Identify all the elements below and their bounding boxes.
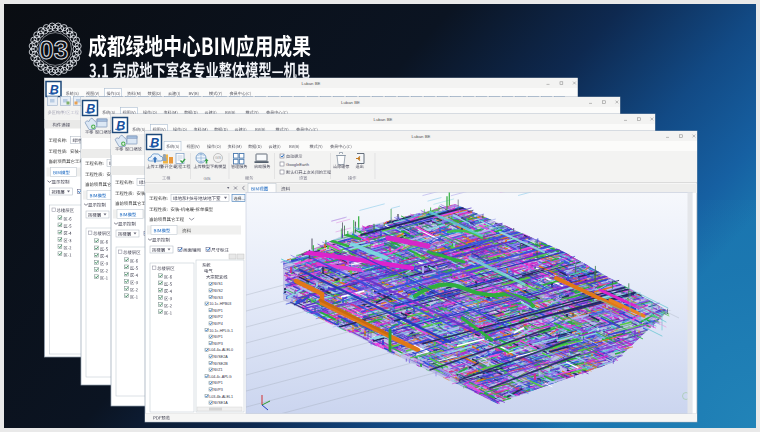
svg-text:NVS1: NVS1: [213, 282, 223, 286]
svg-text:NVSE2A: NVSE2A: [213, 355, 228, 359]
svg-text:NVZ1: NVZ1: [213, 368, 222, 372]
svg-text:Luban BE: Luban BE: [341, 100, 360, 105]
svg-text:GIS: GIS: [203, 176, 210, 181]
svg-text:NVSE1A: NVSE1A: [213, 401, 228, 405]
svg-text:NVP3: NVP3: [213, 388, 223, 392]
svg-text:L03-4b-ALEL1: L03-4b-ALEL1: [209, 395, 233, 399]
svg-text:NVP1: NVP1: [213, 309, 223, 313]
svg-text:03: 03: [39, 35, 68, 65]
svg-text:Luban BE: Luban BE: [412, 134, 431, 139]
svg-text:NVSE2B: NVSE2B: [213, 362, 228, 366]
svg-text:NVP1: NVP1: [213, 381, 223, 385]
svg-text:NVS3: NVS3: [213, 296, 223, 300]
svg-text:Luban BE: Luban BE: [374, 117, 393, 122]
svg-text:10-1c-HPLG-1: 10-1c-HPLG-1: [209, 329, 233, 333]
svg-text:Luban BE: Luban BE: [302, 81, 321, 86]
svg-text:GoogleEarth: GoogleEarth: [286, 162, 310, 167]
svg-text:NVP3: NVP3: [213, 342, 223, 346]
svg-text:NVP4: NVP4: [213, 322, 223, 326]
svg-text:GIS: GIS: [215, 156, 222, 160]
svg-text:10-1c-HPB03: 10-1c-HPB03: [209, 302, 231, 306]
svg-text:NVP1: NVP1: [213, 335, 223, 339]
svg-text:L04-4c-APLG: L04-4c-APLG: [209, 375, 231, 379]
svg-text:L04-4a-ALEL0: L04-4a-ALEL0: [209, 348, 233, 352]
svg-text:NVP2: NVP2: [213, 315, 223, 319]
svg-text:NVS2: NVS2: [213, 289, 223, 293]
